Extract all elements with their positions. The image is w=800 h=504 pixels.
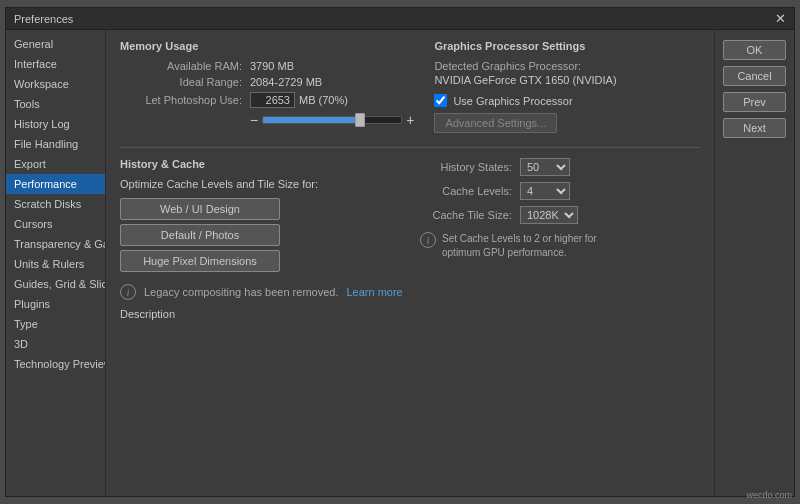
available-ram-label: Available RAM: (120, 60, 250, 72)
preferences-window: Preferences ✕ GeneralInterfaceWorkspaceT… (5, 7, 795, 497)
photoshop-use-row: Let Photoshop Use: MB (70%) (120, 92, 414, 108)
sidebar: GeneralInterfaceWorkspaceToolsHistory Lo… (6, 30, 106, 496)
cache-levels-select[interactable]: 4 2 6 (520, 182, 570, 200)
memory-title: Memory Usage (120, 40, 414, 52)
legacy-text: Legacy compositing has been removed. (144, 286, 338, 298)
main-panel: Memory Usage Available RAM: 3790 MB Idea… (106, 30, 714, 496)
slider-minus-icon[interactable]: − (250, 112, 258, 128)
title-bar: Preferences ✕ (6, 8, 794, 30)
sidebar-item-history-log[interactable]: History Log (6, 114, 105, 134)
history-states-row: History States: 50 20 100 (420, 158, 700, 176)
available-ram-row: Available RAM: 3790 MB (120, 60, 414, 72)
use-gpu-label: Use Graphics Processor (453, 95, 572, 107)
ideal-range-value: 2084-2729 MB (250, 76, 322, 88)
slider-thumb[interactable] (355, 113, 365, 127)
gpu-title: Graphics Processor Settings (434, 40, 700, 52)
memory-section: Memory Usage Available RAM: 3790 MB Idea… (120, 40, 414, 133)
gpu-section: Graphics Processor Settings Detected Gra… (434, 40, 700, 133)
sidebar-item-cursors[interactable]: Cursors (6, 214, 105, 234)
advanced-settings-button[interactable]: Advanced Settings... (434, 113, 557, 133)
web-ui-button[interactable]: Web / UI Design (120, 198, 280, 220)
history-states-select[interactable]: 50 20 100 (520, 158, 570, 176)
cache-tile-row: Cache Tile Size: 1028K 512K 2048K (420, 206, 700, 224)
legacy-info-icon: i (120, 284, 136, 300)
sidebar-item-transparency-gamut[interactable]: Transparency & Gamut (6, 234, 105, 254)
ideal-range-label: Ideal Range: (120, 76, 250, 88)
slider-fill (263, 117, 360, 123)
sidebar-item-interface[interactable]: Interface (6, 54, 105, 74)
description-label: Description (120, 308, 700, 320)
ok-button[interactable]: OK (723, 40, 786, 60)
sidebar-item-workspace[interactable]: Workspace (6, 74, 105, 94)
next-button[interactable]: Next (723, 118, 786, 138)
default-photos-button[interactable]: Default / Photos (120, 224, 280, 246)
sidebar-item-tools[interactable]: Tools (6, 94, 105, 114)
gpu-name: NVIDIA GeForce GTX 1650 (NVIDIA) (434, 74, 700, 86)
sidebar-item-type[interactable]: Type (6, 314, 105, 334)
use-gpu-checkbox[interactable] (434, 94, 447, 107)
sidebar-item-export[interactable]: Export (6, 154, 105, 174)
sidebar-item-units-rulers[interactable]: Units & Rulers (6, 254, 105, 274)
sidebar-item-guides-grid[interactable]: Guides, Grid & Slices (6, 274, 105, 294)
history-states-label: History States: (420, 161, 520, 173)
optimize-label: Optimize Cache Levels and Tile Size for: (120, 178, 400, 190)
window-title: Preferences (14, 13, 73, 25)
sidebar-item-plugins[interactable]: Plugins (6, 294, 105, 314)
photoshop-use-unit: MB (70%) (299, 94, 348, 106)
cache-left: History & Cache Optimize Cache Levels an… (120, 158, 400, 276)
cache-tile-select[interactable]: 1028K 512K 2048K (520, 206, 578, 224)
cache-levels-row: Cache Levels: 4 2 6 (420, 182, 700, 200)
sidebar-item-tech-previews[interactable]: Technology Previews (6, 354, 105, 374)
available-ram-value: 3790 MB (250, 60, 294, 72)
memory-slider-row: − + (250, 112, 414, 128)
gpu-info-text: Set Cache Levels to 2 or higher foroptim… (442, 232, 597, 260)
sidebar-item-3d[interactable]: 3D (6, 334, 105, 354)
gpu-detected-label: Detected Graphics Processor: (434, 60, 700, 72)
main-content: GeneralInterfaceWorkspaceToolsHistory Lo… (6, 30, 794, 496)
buttons-panel: OK Cancel Prev Next (714, 30, 794, 496)
use-gpu-row: Use Graphics Processor (434, 94, 700, 107)
prev-button[interactable]: Prev (723, 92, 786, 112)
cache-tile-label: Cache Tile Size: (420, 209, 520, 221)
cache-section: History & Cache Optimize Cache Levels an… (120, 147, 700, 276)
cancel-button[interactable]: Cancel (723, 66, 786, 86)
info-icon: i (420, 232, 436, 248)
memory-slider[interactable] (262, 116, 402, 124)
ideal-range-row: Ideal Range: 2084-2729 MB (120, 76, 414, 88)
slider-plus-icon[interactable]: + (406, 112, 414, 128)
photoshop-use-label: Let Photoshop Use: (120, 94, 250, 106)
sidebar-item-file-handling[interactable]: File Handling (6, 134, 105, 154)
sidebar-item-scratch-disks[interactable]: Scratch Disks (6, 194, 105, 214)
sidebar-item-general[interactable]: General (6, 34, 105, 54)
cache-title: History & Cache (120, 158, 400, 170)
sidebar-item-performance[interactable]: Performance (6, 174, 105, 194)
watermark: wecdo.com (746, 490, 792, 500)
huge-pixel-button[interactable]: Huge Pixel Dimensions (120, 250, 280, 272)
top-sections: Memory Usage Available RAM: 3790 MB Idea… (120, 40, 700, 133)
learn-more-link[interactable]: Learn more (346, 286, 402, 298)
cache-levels-label: Cache Levels: (420, 185, 520, 197)
close-button[interactable]: ✕ (775, 12, 786, 25)
cache-right: History States: 50 20 100 Cache Levels: … (420, 158, 700, 276)
gpu-info-row: i Set Cache Levels to 2 or higher foropt… (420, 232, 700, 260)
legacy-row: i Legacy compositing has been removed. L… (120, 276, 700, 300)
photoshop-use-input[interactable] (250, 92, 295, 108)
